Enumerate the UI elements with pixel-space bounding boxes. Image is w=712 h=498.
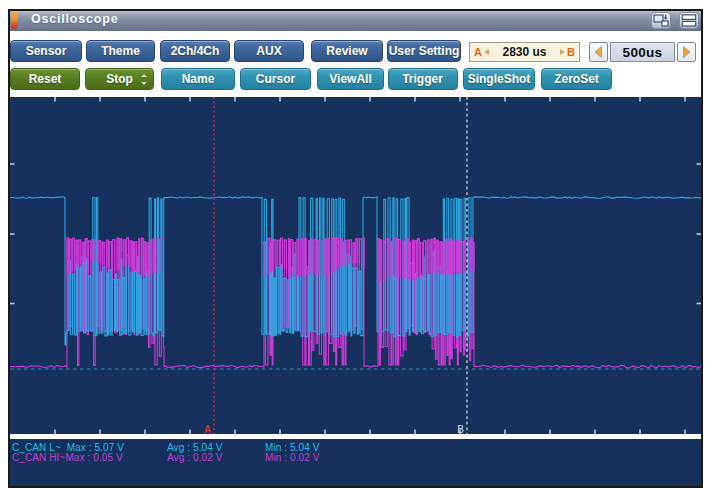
button-label: SingleShot [468,72,531,86]
singleshot-button[interactable]: SingleShot [463,68,535,90]
button-label: Name [182,72,215,86]
reset-button[interactable]: Reset [10,68,80,90]
button-label: Review [326,44,367,58]
2ch-4ch-button[interactable]: 2Ch/4Ch [160,40,230,62]
app-window: Oscilloscope SensorTheme2Ch/4ChAUXReview… [8,9,703,488]
button-label: 2Ch/4Ch [171,44,220,58]
waveform-display[interactable]: AB [10,97,701,434]
toolbar: SensorTheme2Ch/4ChAUXReviewUser Setting … [10,31,701,97]
can-l-trace [10,197,701,345]
button-label: ZeroSet [554,72,599,86]
timebase-display[interactable]: 500us [610,42,675,62]
cursor-a-label: A [474,46,482,58]
ch2-avg: Avg : 0.02 V [167,452,223,463]
spinner-down-arrow-icon [141,82,147,85]
user-setting-button[interactable]: User Setting [387,40,461,62]
split-window-icon[interactable] [679,12,699,29]
pip-window-icon[interactable] [651,12,671,29]
zeroset-button[interactable]: ZeroSet [541,68,612,90]
theme-button[interactable]: Theme [86,40,155,62]
window-title: Oscilloscope [31,12,118,26]
button-label: Theme [101,44,140,58]
timebase-increase-button[interactable] [677,42,696,62]
ab-cursor-readout[interactable]: A 2830 us B [469,42,580,62]
review-button[interactable]: Review [311,40,383,62]
cursor-a-tag: A [204,424,211,434]
spinner-up-arrow-icon [141,74,147,77]
button-label: Stop [106,72,133,86]
cursor-b-triangle-icon [560,49,565,55]
button-label: Reset [29,72,62,86]
button-label: AUX [256,44,281,58]
timebase-decrease-button[interactable] [589,42,608,62]
button-label: ViewAll [329,72,371,86]
ch2-min: Min : 0.02 V [265,452,320,463]
ab-delta-value: 2830 us [491,45,558,59]
app-icon [11,12,18,29]
button-label: Cursor [256,72,295,86]
cursor-button[interactable]: Cursor [240,68,311,90]
measurement-panel: C_CAN L~ Max : 5.07 V Avg : 5.04 V Min :… [10,439,701,486]
sensor-button[interactable]: Sensor [10,40,82,62]
ch2-measurement: C_CAN HI~Max : 0.05 V [12,452,123,463]
stop-button[interactable]: Stop [85,68,154,90]
viewall-button[interactable]: ViewAll [317,68,384,90]
oscilloscope-app: Oscilloscope SensorTheme2Ch/4ChAUXReview… [0,0,712,498]
cursor-a-triangle-icon [484,49,489,55]
aux-button[interactable]: AUX [234,40,304,62]
cursor-b-label: B [567,46,575,58]
trigger-button[interactable]: Trigger [388,68,458,90]
button-label: Sensor [26,44,67,58]
stop-spinner-icon[interactable] [141,74,148,85]
button-label: Trigger [402,72,443,86]
button-label: User Setting [389,44,460,58]
name-button[interactable]: Name [161,68,235,90]
title-bar: Oscilloscope [10,11,701,31]
